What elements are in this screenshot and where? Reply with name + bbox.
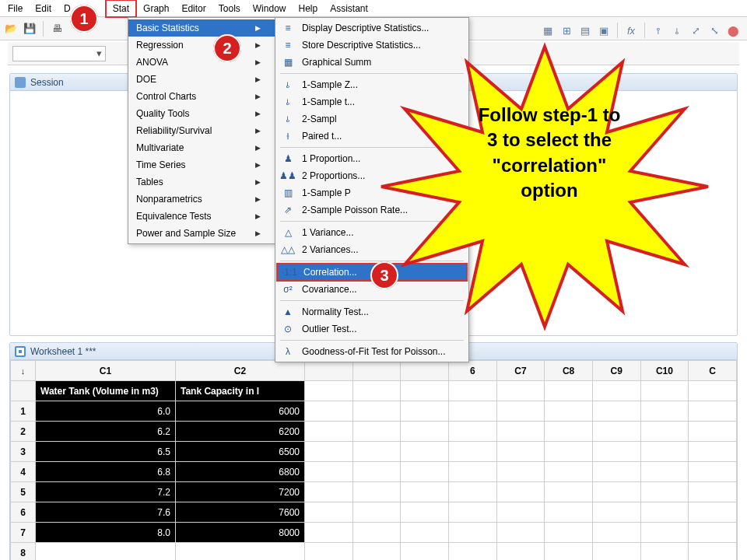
cell[interactable]: 6200	[176, 422, 305, 442]
cell[interactable]	[448, 422, 496, 442]
save-icon[interactable]: 💾	[22, 21, 37, 37]
cell[interactable]	[689, 422, 737, 442]
menu-tools[interactable]: Tools	[212, 1, 247, 16]
cell[interactable]	[592, 442, 640, 462]
cell[interactable]	[352, 401, 401, 422]
cell[interactable]: 8.0	[36, 523, 176, 543]
cell[interactable]	[640, 442, 689, 462]
cell[interactable]: 8000	[176, 523, 305, 543]
col-c11[interactable]: C	[689, 361, 737, 381]
cell[interactable]	[401, 482, 449, 502]
cell[interactable]	[305, 523, 353, 543]
cell[interactable]	[640, 462, 689, 482]
cell[interactable]	[496, 401, 545, 422]
stat-equivalence[interactable]: Equivalence Tests▶	[128, 208, 275, 225]
bs-gof[interactable]: λGoodness-of-Fit Test for Poisson...	[275, 343, 468, 360]
cell[interactable]	[545, 442, 593, 462]
cell[interactable]	[352, 442, 401, 462]
cell[interactable]	[176, 543, 305, 561]
cell[interactable]	[352, 422, 401, 442]
cell[interactable]	[689, 543, 737, 561]
cell[interactable]	[592, 401, 640, 422]
blank-dropdown[interactable]: ▾	[12, 46, 106, 61]
cell[interactable]: 7.6	[36, 502, 176, 523]
cell[interactable]	[401, 523, 449, 543]
cell[interactable]	[448, 523, 496, 543]
arrow-cell[interactable]: ↓	[11, 361, 36, 381]
cell[interactable]	[305, 543, 353, 561]
cell[interactable]	[640, 502, 689, 523]
worksheet-grid[interactable]: ↓ C1 C2 6 C7 C8 C9 C10 C Water Tank (Vol…	[10, 360, 737, 560]
cell[interactable]	[448, 543, 496, 561]
cell[interactable]	[545, 523, 593, 543]
cell[interactable]	[496, 543, 545, 561]
col-c5[interactable]	[401, 361, 449, 381]
cell[interactable]	[352, 462, 401, 482]
stat-nonparametrics[interactable]: Nonparametrics▶	[128, 191, 275, 208]
cell[interactable]: 6500	[176, 442, 305, 462]
cell[interactable]	[496, 502, 545, 523]
cell[interactable]	[305, 462, 353, 482]
col-c1[interactable]: C1	[36, 361, 176, 381]
menu-graph[interactable]: Graph	[137, 1, 175, 16]
cell[interactable]: 6.8	[36, 462, 176, 482]
cell[interactable]	[401, 543, 449, 561]
cell[interactable]	[592, 462, 640, 482]
stat-reliability[interactable]: Reliability/Survival▶	[128, 122, 275, 139]
menu-edit[interactable]: Edit	[29, 1, 58, 16]
cell[interactable]	[496, 462, 545, 482]
cell[interactable]: 6.5	[36, 442, 176, 462]
print-icon[interactable]: 🖶	[49, 21, 65, 37]
stat-time-series[interactable]: Time Series▶	[128, 156, 275, 173]
cell[interactable]	[592, 543, 640, 561]
cell[interactable]	[689, 523, 737, 543]
cell[interactable]	[305, 502, 353, 523]
menu-editor[interactable]: Editor	[175, 1, 212, 16]
cell[interactable]	[352, 523, 401, 543]
cell[interactable]	[305, 422, 353, 442]
col-c2[interactable]: C2	[176, 361, 305, 381]
col-c4[interactable]	[352, 361, 401, 381]
col-c9[interactable]: C9	[592, 361, 640, 381]
cell[interactable]: 7200	[176, 482, 305, 502]
row-number[interactable]: 1	[11, 401, 36, 422]
cell[interactable]: 6800	[176, 462, 305, 482]
cell[interactable]	[640, 482, 689, 502]
col-c7[interactable]: C7	[496, 361, 545, 381]
cell[interactable]	[689, 462, 737, 482]
menu-file[interactable]: File	[2, 1, 29, 16]
cell[interactable]	[448, 401, 496, 422]
row-number[interactable]: 7	[11, 523, 36, 543]
cell[interactable]: 6.2	[36, 422, 176, 442]
cell[interactable]	[305, 401, 353, 422]
cell[interactable]	[305, 442, 353, 462]
cell[interactable]	[689, 401, 737, 422]
row-number[interactable]: 3	[11, 442, 36, 462]
cell[interactable]: 6000	[176, 401, 305, 422]
stat-quality-tools[interactable]: Quality Tools▶	[128, 105, 275, 122]
col-c8[interactable]: C8	[545, 361, 593, 381]
cell[interactable]	[401, 422, 449, 442]
cell[interactable]	[592, 482, 640, 502]
col-c3[interactable]	[305, 361, 353, 381]
menu-stat[interactable]: Stat	[105, 0, 137, 18]
cell[interactable]	[545, 543, 593, 561]
row-number[interactable]: 4	[11, 462, 36, 482]
cell[interactable]	[448, 442, 496, 462]
cell[interactable]	[592, 502, 640, 523]
cell[interactable]	[640, 401, 689, 422]
cell[interactable]	[448, 462, 496, 482]
cell[interactable]	[448, 482, 496, 502]
row-number[interactable]: 5	[11, 482, 36, 502]
stat-tables[interactable]: Tables▶	[128, 173, 275, 191]
cell[interactable]	[496, 482, 545, 502]
cell[interactable]	[640, 422, 689, 442]
cell[interactable]	[592, 422, 640, 442]
col-c10[interactable]: C10	[640, 361, 689, 381]
cell[interactable]	[401, 502, 449, 523]
col-c6[interactable]: 6	[448, 361, 496, 381]
cell[interactable]	[545, 422, 593, 442]
menu-window[interactable]: Window	[247, 1, 293, 16]
row-number[interactable]: 6	[11, 502, 36, 523]
cell[interactable]: 7600	[176, 502, 305, 523]
